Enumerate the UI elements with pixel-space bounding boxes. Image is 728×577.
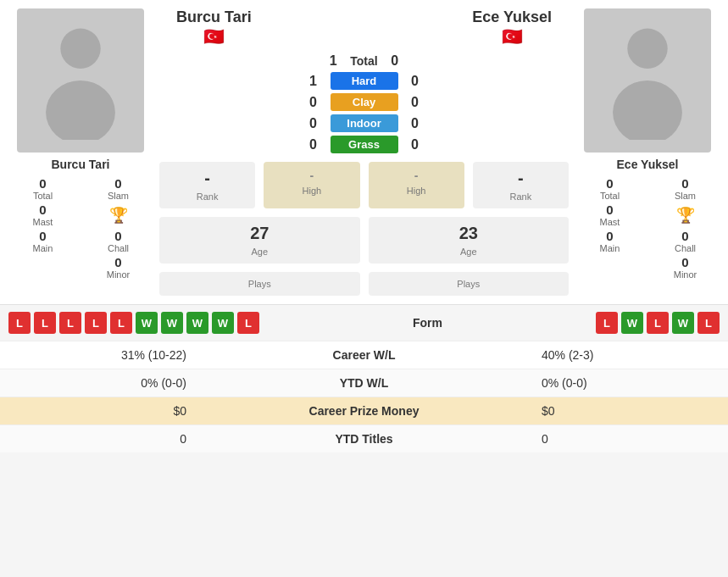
right-trophy-icon: 🏆 <box>651 203 720 227</box>
right-stat-mast: 0 Mast <box>575 203 644 227</box>
right-stat-minor: 0 Minor <box>651 255 720 280</box>
main-container: Burcu Tari 0 Total 0 Slam 0 Mast 🏆 <box>0 0 728 452</box>
left-career-wl: 31% (10-22) <box>17 348 186 362</box>
form-badge-l: L <box>85 312 107 334</box>
left-player-stats: 0 Total 0 Slam 0 Mast 🏆 0 Main <box>8 176 153 280</box>
left-player-name: Burcu Tari <box>52 158 110 171</box>
score-indoor-row: 0 Indoor 0 <box>159 114 569 132</box>
right-high-box: - High <box>369 162 464 208</box>
right-plays-box: Plays <box>369 272 570 296</box>
career-prize-row: $0 Career Prize Money $0 <box>0 397 728 424</box>
right-player-stats: 0 Total 0 Slam 0 Mast 🏆 0 Main <box>575 176 720 280</box>
left-stat-main: 0 Main <box>8 229 77 253</box>
form-badge-l: L <box>8 312 31 334</box>
left-player-avatar <box>17 8 144 153</box>
form-badge-w: W <box>621 312 643 334</box>
left-ytd-titles: 0 <box>17 432 186 446</box>
score-clay-row: 0 Clay 0 <box>159 93 569 111</box>
form-badge-w: W <box>136 312 158 334</box>
age-plays-row: 27 Age 23 Age <box>159 217 569 264</box>
form-badge-w: W <box>672 312 694 334</box>
form-section: LLLLLWWWWL Form LWLWL <box>0 304 728 341</box>
right-stat-main: 0 Main <box>575 229 644 253</box>
left-age-box: 27 Age <box>159 217 360 264</box>
right-name-header: Ece Yuksel 🇹🇷 <box>472 8 552 47</box>
svg-point-2 <box>627 29 667 69</box>
left-high-box: - High <box>264 162 359 208</box>
middle-section: Burcu Tari 🇹🇷 Ece Yuksel 🇹🇷 1 Total 0 <box>159 8 569 296</box>
left-stat-mast: 0 Mast <box>8 203 77 227</box>
form-badge-w: W <box>212 312 234 334</box>
ytd-titles-row: 0 YTD Titles 0 <box>0 424 728 452</box>
right-player-card: Ece Yuksel 0 Total 0 Slam 0 Mast 🏆 <box>575 8 720 296</box>
left-stat-minor: 0 Minor <box>84 255 153 280</box>
form-badge-w: W <box>161 312 183 334</box>
score-hard-row: 1 Hard 0 <box>159 72 569 90</box>
left-rank-box: - Rank <box>159 162 255 208</box>
form-badge-l: L <box>237 312 259 334</box>
right-player-avatar <box>584 8 711 153</box>
form-badge-l: L <box>647 312 669 334</box>
score-grass-row: 0 Grass 0 <box>159 136 569 153</box>
svg-point-3 <box>613 80 682 140</box>
left-player-card: Burcu Tari 0 Total 0 Slam 0 Mast 🏆 <box>8 8 153 296</box>
left-name-header: Burcu Tari 🇹🇷 <box>176 8 252 47</box>
left-form-badges: LLLLLWWWWL <box>8 312 259 334</box>
left-ytd-wl: 0% (0-0) <box>17 376 186 390</box>
right-ytd-wl: 0% (0-0) <box>542 376 711 390</box>
left-plays-box: Plays <box>159 272 360 296</box>
right-player-name: Ece Yuksel <box>617 158 679 171</box>
svg-point-1 <box>46 80 115 140</box>
right-career-wl: 40% (2-3) <box>542 348 711 362</box>
right-rank-box: - Rank <box>473 162 569 208</box>
plays-row: Plays Plays <box>159 272 569 296</box>
score-rows: 1 Total 0 1 Hard 0 0 Clay 0 0 <box>159 53 569 153</box>
form-badge-l: L <box>697 312 720 334</box>
right-career-prize: $0 <box>542 404 711 418</box>
career-wl-label: Career W/L <box>186 348 542 362</box>
right-form-badges: LWLWL <box>596 312 720 334</box>
right-stat-slam: 0 Slam <box>651 176 720 201</box>
left-trophy-icon: 🏆 <box>84 203 153 227</box>
right-stat-chall: 0 Chall <box>651 229 720 253</box>
svg-point-0 <box>60 29 100 69</box>
ytd-wl-label: YTD W/L <box>186 376 542 390</box>
career-prize-label: Career Prize Money <box>186 404 542 418</box>
stats-boxes-row: - Rank - High - High - Rank <box>159 162 569 208</box>
form-badge-l: L <box>596 312 618 334</box>
form-badge-l: L <box>34 312 56 334</box>
career-wl-row: 31% (10-22) Career W/L 40% (2-3) <box>0 341 728 369</box>
right-stat-total: 0 Total <box>575 176 644 201</box>
form-label: Form <box>413 316 442 330</box>
top-section: Burcu Tari 0 Total 0 Slam 0 Mast 🏆 <box>0 0 728 304</box>
left-stat-slam: 0 Slam <box>84 176 153 201</box>
right-ytd-titles: 0 <box>542 432 711 446</box>
right-age-box: 23 Age <box>369 217 570 264</box>
ytd-wl-row: 0% (0-0) YTD W/L 0% (0-0) <box>0 369 728 397</box>
form-badge-w: W <box>186 312 208 334</box>
score-total-row: 1 Total 0 <box>159 53 569 69</box>
player-names-row: Burcu Tari 🇹🇷 Ece Yuksel 🇹🇷 <box>159 8 569 47</box>
left-stat-total: 0 Total <box>8 176 77 201</box>
form-badge-l: L <box>110 312 132 334</box>
left-stat-chall: 0 Chall <box>84 229 153 253</box>
form-badge-l: L <box>59 312 81 334</box>
ytd-titles-label: YTD Titles <box>186 432 542 446</box>
left-career-prize: $0 <box>17 404 186 418</box>
